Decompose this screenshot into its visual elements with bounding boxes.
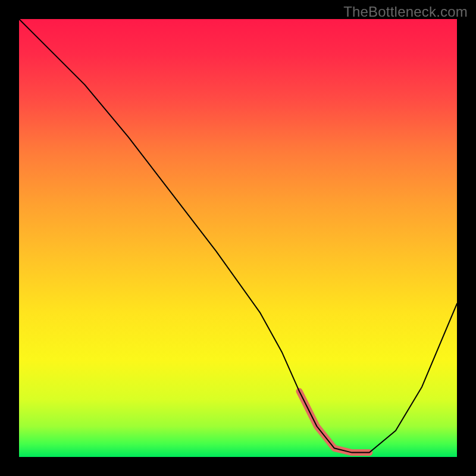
plot-area xyxy=(19,19,457,457)
bottleneck-curve xyxy=(19,19,457,453)
optimal-region-highlight xyxy=(299,392,369,453)
watermark-text: TheBottleneck.com xyxy=(343,4,468,20)
chart-frame: TheBottleneck.com xyxy=(0,0,476,476)
chart-svg xyxy=(19,19,457,457)
